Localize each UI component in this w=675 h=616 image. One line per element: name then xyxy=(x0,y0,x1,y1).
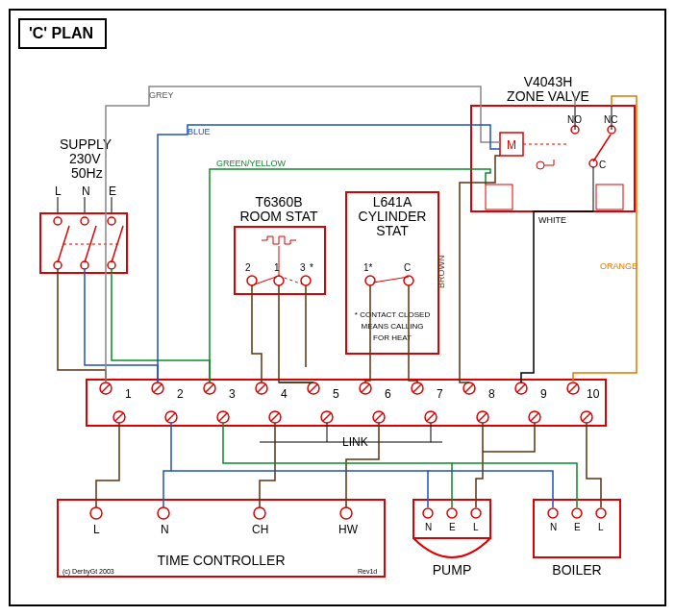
svg-text:4: 4 xyxy=(281,387,288,401)
svg-text:CH: CH xyxy=(252,523,268,536)
svg-text:5: 5 xyxy=(333,387,339,401)
svg-line-68 xyxy=(465,384,473,392)
svg-point-14 xyxy=(108,261,115,269)
svg-point-108 xyxy=(596,508,606,518)
wire-blue xyxy=(85,269,158,382)
svg-point-34 xyxy=(365,276,375,285)
svg-text:L: L xyxy=(93,523,100,536)
svg-line-77 xyxy=(583,413,590,421)
room-stat-t3: 3 xyxy=(300,262,306,273)
supply-label: SUPPLY xyxy=(60,136,112,152)
rev: Rev1d xyxy=(358,568,377,575)
room-stat-t1: 1 xyxy=(274,262,280,273)
wire-brown-label: BROWN xyxy=(437,256,446,289)
svg-line-61 xyxy=(375,413,383,421)
supply-e: E xyxy=(109,185,116,198)
wire-orange-label: ORANGE xyxy=(600,261,638,271)
svg-point-100 xyxy=(423,508,433,518)
svg-point-107 xyxy=(572,508,582,518)
svg-text:L: L xyxy=(473,522,479,532)
supply-l: L xyxy=(55,185,62,198)
svg-rect-37 xyxy=(87,380,606,426)
svg-text:9: 9 xyxy=(540,387,547,401)
svg-point-21 xyxy=(537,161,544,169)
svg-text:N: N xyxy=(550,522,557,532)
svg-point-102 xyxy=(471,508,481,518)
svg-text:E: E xyxy=(574,522,581,532)
pump-label: PUMP xyxy=(433,562,471,578)
zone-valve-nc: NC xyxy=(604,114,617,125)
svg-text:3: 3 xyxy=(229,387,236,401)
svg-point-12 xyxy=(54,261,62,269)
room-stat-t2: 2 xyxy=(245,262,251,273)
svg-rect-26 xyxy=(596,185,623,209)
svg-line-72 xyxy=(517,384,525,392)
room-stat-model: T6360B xyxy=(255,194,302,209)
svg-text:HW: HW xyxy=(338,523,359,536)
svg-line-56 xyxy=(310,384,317,392)
svg-line-44 xyxy=(154,384,162,392)
zone-valve-model: V4043H xyxy=(524,74,573,89)
svg-rect-25 xyxy=(486,185,512,209)
svg-line-48 xyxy=(206,384,213,392)
boiler-label: BOILER xyxy=(552,562,601,578)
svg-line-73 xyxy=(531,413,538,421)
svg-line-52 xyxy=(258,384,265,392)
svg-text:N: N xyxy=(161,523,169,536)
svg-text:E: E xyxy=(449,522,456,532)
svg-point-94 xyxy=(340,507,352,519)
svg-text:8: 8 xyxy=(488,387,495,401)
wiring-diagram: 'C' PLAN SUPPLY 230V 50Hz L N E V4043H Z… xyxy=(0,0,675,616)
wire-white-label: WHITE xyxy=(538,215,566,225)
svg-point-93 xyxy=(254,507,265,519)
svg-line-45 xyxy=(167,413,175,421)
supply-voltage: 230V xyxy=(69,151,101,166)
time-controller-label: TIME CONTROLLER xyxy=(157,553,285,568)
cyl-stat-label1: CYLINDER xyxy=(359,209,427,224)
svg-point-92 xyxy=(158,507,169,519)
terminal-strip: 1 2 3 4 5 6 7 8 9 10 xyxy=(87,380,606,426)
supply-n: N xyxy=(82,185,90,198)
svg-text:7: 7 xyxy=(437,387,443,401)
svg-line-20 xyxy=(593,135,611,161)
copyright: (c) DerbyGt 2003 xyxy=(62,568,114,576)
cyl-stat-label2: STAT xyxy=(376,223,409,238)
cyl-note3: FOR HEAT xyxy=(373,333,412,342)
svg-line-69 xyxy=(479,413,487,421)
svg-line-41 xyxy=(115,413,123,421)
svg-line-76 xyxy=(569,384,577,392)
svg-point-13 xyxy=(81,261,88,269)
zone-valve-c: C xyxy=(599,160,606,170)
svg-point-6 xyxy=(81,217,88,225)
cyl-stat-t1: 1* xyxy=(363,262,373,273)
svg-line-40 xyxy=(102,384,110,392)
diagram-title: 'C' PLAN xyxy=(29,25,93,41)
svg-line-53 xyxy=(271,413,279,421)
svg-line-65 xyxy=(427,413,435,421)
wire-gy-label: GREEN/YELLOW xyxy=(216,159,287,168)
svg-line-57 xyxy=(323,413,331,421)
cyl-stat-tc: C xyxy=(404,262,411,273)
svg-text:L: L xyxy=(598,522,604,532)
cyl-note1: * CONTACT CLOSED xyxy=(355,310,431,319)
svg-line-60 xyxy=(362,384,369,392)
svg-text:*: * xyxy=(310,262,313,273)
wire-grey-label: GREY xyxy=(149,90,174,100)
svg-text:N: N xyxy=(425,522,432,532)
svg-point-7 xyxy=(108,217,115,225)
wire-blue-label: BLUE xyxy=(188,127,211,136)
svg-line-49 xyxy=(219,413,227,421)
zone-valve-m: M xyxy=(507,138,516,152)
svg-text:6: 6 xyxy=(385,387,391,401)
link-label: LINK xyxy=(342,435,368,449)
supply-freq: 50Hz xyxy=(71,165,103,181)
svg-point-5 xyxy=(54,217,62,225)
svg-point-106 xyxy=(548,508,558,518)
svg-text:10: 10 xyxy=(587,387,600,401)
cyl-stat-model: L641A xyxy=(373,194,412,209)
svg-point-101 xyxy=(447,508,457,518)
room-stat-label: ROOM STAT xyxy=(239,209,318,224)
svg-line-64 xyxy=(413,384,421,392)
svg-point-91 xyxy=(90,507,102,519)
svg-text:1: 1 xyxy=(125,387,132,401)
